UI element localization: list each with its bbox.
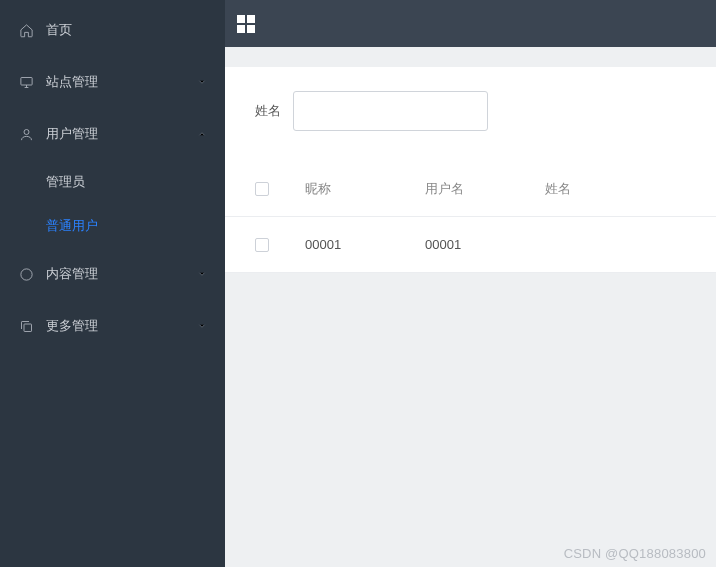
svg-point-1 bbox=[24, 129, 29, 134]
cell-nickname: 00001 bbox=[305, 237, 425, 252]
sidebar-subitem-admin[interactable]: 管理员 bbox=[0, 160, 225, 204]
sidebar-item-site[interactable]: 站点管理 bbox=[0, 56, 225, 108]
table-row[interactable]: 00001 00001 bbox=[225, 217, 716, 273]
filter-name-label: 姓名 bbox=[255, 102, 281, 120]
chat-icon bbox=[18, 266, 34, 282]
sidebar-item-more[interactable]: 更多管理 bbox=[0, 300, 225, 352]
chevron-up-icon bbox=[197, 127, 207, 142]
chevron-down-icon bbox=[197, 319, 207, 334]
app-layout: 首页 站点管理 用户管理 管理员 普通用户 bbox=[0, 0, 716, 567]
sidebar-item-content[interactable]: 内容管理 bbox=[0, 248, 225, 300]
filter-name-input[interactable] bbox=[293, 91, 488, 131]
watermark: CSDN @QQ188083800 bbox=[564, 546, 706, 561]
main-content: 姓名 昵称 用户名 姓名 00001 bbox=[225, 0, 716, 567]
select-all-checkbox[interactable] bbox=[255, 182, 269, 196]
sidebar-subitem-normal-user[interactable]: 普通用户 bbox=[0, 204, 225, 248]
sidebar-item-user[interactable]: 用户管理 bbox=[0, 108, 225, 160]
filter-row: 姓名 bbox=[225, 91, 716, 161]
copy-icon bbox=[18, 318, 34, 334]
sidebar-item-label: 首页 bbox=[46, 21, 72, 39]
sidebar: 首页 站点管理 用户管理 管理员 普通用户 bbox=[0, 0, 225, 567]
sidebar-subitem-label: 管理员 bbox=[46, 173, 85, 191]
chevron-down-icon bbox=[197, 75, 207, 90]
topbar bbox=[225, 0, 716, 47]
svg-rect-0 bbox=[20, 77, 31, 85]
svg-rect-3 bbox=[24, 324, 32, 332]
apps-grid-icon[interactable] bbox=[237, 15, 255, 33]
sidebar-item-home[interactable]: 首页 bbox=[0, 4, 225, 56]
sidebar-item-label: 更多管理 bbox=[46, 317, 98, 335]
table-header-row: 昵称 用户名 姓名 bbox=[225, 161, 716, 217]
monitor-icon bbox=[18, 74, 34, 90]
cell-username: 00001 bbox=[425, 237, 545, 252]
header-realname: 姓名 bbox=[545, 180, 665, 198]
home-icon bbox=[18, 22, 34, 38]
header-username: 用户名 bbox=[425, 180, 545, 198]
sidebar-item-label: 内容管理 bbox=[46, 265, 98, 283]
row-checkbox-cell bbox=[255, 238, 305, 252]
sidebar-subitem-label: 普通用户 bbox=[46, 217, 98, 235]
row-checkbox[interactable] bbox=[255, 238, 269, 252]
user-table: 昵称 用户名 姓名 00001 00001 bbox=[225, 161, 716, 273]
chevron-down-icon bbox=[197, 267, 207, 282]
header-checkbox-cell bbox=[255, 182, 305, 196]
content-card: 姓名 昵称 用户名 姓名 00001 bbox=[225, 67, 716, 273]
sidebar-item-label: 用户管理 bbox=[46, 125, 98, 143]
user-icon bbox=[18, 126, 34, 142]
sidebar-item-label: 站点管理 bbox=[46, 73, 98, 91]
header-nickname: 昵称 bbox=[305, 180, 425, 198]
